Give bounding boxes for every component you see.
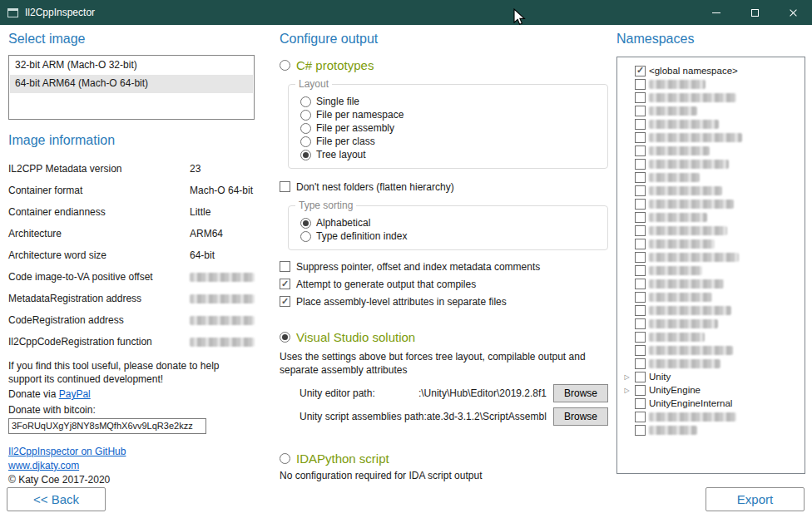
checkbox-icon [635, 212, 646, 223]
csharp-prototypes-radio[interactable]: C# prototypes [280, 58, 608, 72]
select-image-listbox[interactable]: 32-bit ARM (Mach-O 32-bit)64-bit ARM64 (… [8, 55, 255, 120]
checkbox-icon [635, 398, 646, 409]
namespace-item[interactable] [622, 410, 800, 423]
layout-option[interactable]: File per assembly [300, 121, 599, 135]
expander-icon[interactable]: ▷ [622, 373, 631, 381]
checkbox-icon [280, 261, 290, 272]
title-bar[interactable]: Il2CppInspector [0, 0, 812, 25]
layout-option[interactable]: Tree layout [300, 148, 599, 161]
info-value: ARM64 [190, 228, 223, 239]
radio-label: File per class [316, 136, 375, 147]
layout-option[interactable]: File per class [300, 135, 599, 148]
bitcoin-address-input[interactable] [8, 418, 206, 434]
namespace-item[interactable] [622, 170, 800, 184]
back-button[interactable]: << Back [7, 487, 106, 511]
website-link[interactable]: www.djkaty.com [8, 460, 255, 471]
namespace-item[interactable] [622, 250, 800, 264]
checkbox-icon [635, 172, 646, 183]
output-checkbox[interactable]: Suppress pointer, offset and index metad… [280, 261, 608, 274]
visual-studio-radio[interactable]: Visual Studio solution [280, 330, 608, 344]
maximize-button[interactable] [735, 0, 774, 25]
namespace-item[interactable] [622, 224, 800, 237]
output-checkbox[interactable]: Attempt to generate output that compiles [280, 279, 608, 291]
image-information-heading: Image information [8, 133, 255, 148]
namespace-item[interactable] [622, 277, 800, 290]
info-label: MetadataRegistration address [8, 293, 190, 304]
namespace-item[interactable] [622, 303, 800, 317]
type-sorting-option[interactable]: Alphabetical [300, 216, 599, 229]
expander-icon[interactable]: ▷ [622, 387, 631, 394]
namespace-item[interactable]: ▷UnityEngine [622, 383, 800, 397]
browse-button[interactable]: Browse [553, 407, 608, 426]
namespace-item[interactable] [622, 317, 800, 330]
info-row: MetadataRegistration address [8, 288, 255, 309]
radio-icon [300, 123, 311, 134]
idapython-radio[interactable]: IDAPython script [280, 451, 608, 466]
type-sorting-option[interactable]: Type definition index [300, 229, 599, 243]
output-checkbox[interactable]: Place assembly-level attributes in separ… [280, 296, 608, 308]
namespace-item[interactable]: <global namespace> [622, 64, 800, 77]
redacted-label [649, 160, 729, 169]
image-list-item[interactable]: 64-bit ARM64 (Mach-O 64-bit) [10, 75, 253, 93]
redacted-label [649, 346, 733, 355]
namespace-item[interactable] [622, 290, 800, 303]
redacted-value [190, 273, 255, 282]
namespaces-list[interactable]: <global namespace>▷Unity▷UnityEngineUnit… [616, 57, 805, 474]
links-block: Il2CppInspector on GitHub www.djkaty.com… [8, 446, 255, 486]
paypal-link[interactable]: PayPal [59, 388, 91, 400]
select-image-heading: Select image [8, 32, 255, 47]
layout-option[interactable]: Single file [300, 95, 599, 108]
checkbox-icon [635, 279, 646, 289]
app-icon [7, 8, 18, 17]
namespace-label: UnityEngine [649, 385, 701, 395]
namespace-item[interactable] [622, 91, 800, 104]
close-button[interactable] [774, 0, 812, 25]
namespace-item[interactable]: ▷Unity [622, 370, 800, 383]
window-controls [697, 0, 812, 25]
export-button[interactable]: Export [706, 487, 805, 511]
namespace-item[interactable] [622, 184, 800, 197]
redacted-label [649, 253, 739, 262]
redacted-label [649, 80, 706, 89]
browse-button[interactable]: Browse [553, 384, 608, 402]
checkbox-icon [635, 425, 646, 436]
github-link[interactable]: Il2CppInspector on GitHub [8, 446, 255, 457]
type-sorting-options: AlphabeticalType definition index [300, 216, 599, 243]
namespace-item[interactable] [622, 144, 800, 157]
flatten-checkbox[interactable]: Don't nest folders (flatten hierarchy) [280, 181, 608, 194]
image-list-item[interactable]: 32-bit ARM (Mach-O 32-bit) [10, 57, 253, 75]
checkbox-icon [635, 119, 646, 130]
namespaces-panel: Namespaces <global namespace>▷Unity▷Unit… [616, 32, 805, 474]
radio-label: Single file [316, 96, 359, 107]
namespace-item[interactable]: UnityEngineInternal [622, 397, 800, 410]
redacted-label [649, 306, 731, 315]
namespace-item[interactable] [622, 104, 800, 117]
redacted-label [649, 213, 707, 222]
checkbox-icon [635, 412, 646, 422]
radio-icon [280, 332, 290, 343]
layout-option[interactable]: File per namespace [300, 108, 599, 121]
namespace-item[interactable] [622, 423, 800, 437]
namespace-item[interactable] [622, 131, 800, 144]
checkbox-icon [635, 199, 646, 210]
minimize-button[interactable] [697, 0, 735, 25]
redacted-label [649, 333, 705, 342]
namespace-item[interactable] [622, 77, 800, 91]
namespace-item[interactable] [622, 117, 800, 131]
checkbox-icon [280, 279, 290, 289]
vs-description: Uses the settings above but forces tree … [280, 350, 596, 377]
namespace-item[interactable] [622, 197, 800, 210]
redacted-label [649, 293, 712, 302]
redacted-value [190, 338, 255, 347]
info-label: Container endianness [8, 206, 190, 218]
namespace-item[interactable] [622, 264, 800, 277]
redacted-label [649, 226, 727, 235]
namespace-item[interactable] [622, 357, 800, 370]
namespace-item[interactable] [622, 237, 800, 250]
namespace-item[interactable] [622, 330, 800, 343]
namespace-item[interactable] [622, 343, 800, 357]
namespace-item[interactable] [622, 210, 800, 224]
redacted-label [649, 186, 722, 195]
checkbox-icon [635, 239, 646, 249]
namespace-item[interactable] [622, 157, 800, 170]
